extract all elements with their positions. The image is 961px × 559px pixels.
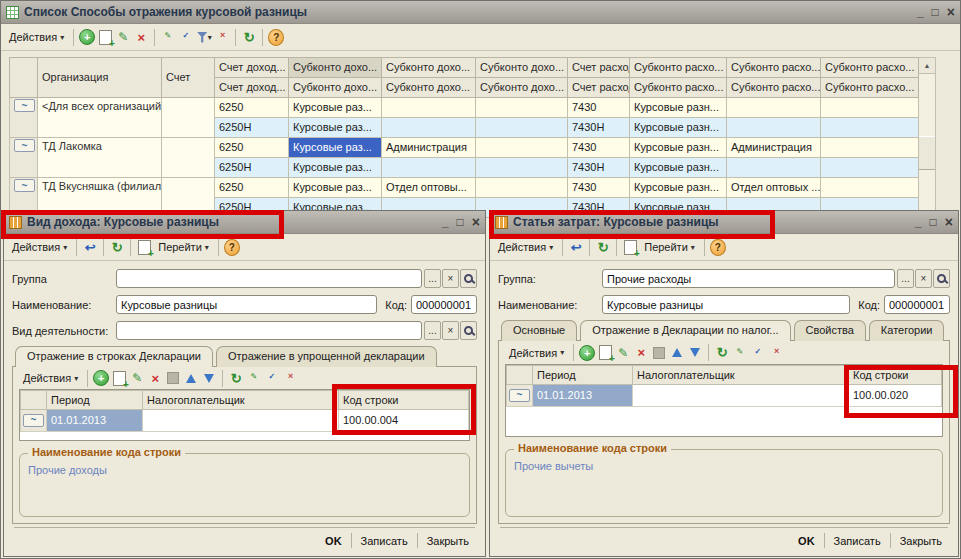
add-button[interactable]: +: [93, 370, 109, 386]
cell[interactable]: Отдел оптовых ...: [727, 178, 821, 198]
cell[interactable]: [821, 178, 919, 198]
cell[interactable]: [727, 118, 821, 138]
column-header-income-sub1[interactable]: Субконто дохо...: [289, 78, 382, 98]
cell[interactable]: 6250Н: [215, 118, 289, 138]
cell[interactable]: [382, 118, 476, 138]
add-button[interactable]: +: [79, 29, 95, 45]
goto-menu-button[interactable]: Перейти ▾: [640, 239, 699, 255]
column-header-expense-sub3[interactable]: Субконто расхо...: [821, 78, 919, 98]
tab-properties[interactable]: Свойства: [794, 320, 866, 341]
tab-categories[interactable]: Категории: [869, 320, 945, 341]
copy-button[interactable]: [622, 239, 638, 255]
activity-field[interactable]: [116, 321, 422, 340]
cell[interactable]: 6250Н: [215, 158, 289, 178]
cell[interactable]: Отдел оптовы...: [382, 178, 476, 198]
actions-menu-button[interactable]: Действия ▾: [5, 29, 68, 45]
column-header-account[interactable]: Счет: [162, 58, 215, 98]
filter-by-value-button[interactable]: [750, 345, 766, 361]
minimize-icon[interactable]: _: [915, 217, 922, 227]
close-button[interactable]: Закрыть: [900, 535, 942, 547]
ellipsis-button[interactable]: ...: [897, 269, 914, 288]
cell[interactable]: Курсовые разн...: [630, 178, 727, 198]
write-button[interactable]: Записать: [834, 535, 881, 547]
filter-sort-button[interactable]: [732, 345, 748, 361]
tab-tax-declaration[interactable]: Отражение в Декларации по налог...: [580, 320, 790, 341]
name-field[interactable]: [602, 295, 850, 314]
cell[interactable]: [382, 98, 476, 118]
delete-button[interactable]: ×: [633, 345, 649, 361]
move-down-button[interactable]: [687, 345, 703, 361]
ok-button[interactable]: OK: [798, 535, 815, 547]
cell[interactable]: Курсовые разн...: [630, 158, 727, 178]
copy-button[interactable]: [597, 345, 613, 361]
close-icon[interactable]: ×: [472, 217, 480, 227]
column-header-income-account[interactable]: Счет доход...: [215, 78, 289, 98]
cell[interactable]: Курсовые разн...: [630, 118, 727, 138]
cell[interactable]: [727, 98, 821, 118]
reread-button[interactable]: ↩: [568, 239, 584, 255]
cell[interactable]: Курсовые разн...: [630, 138, 727, 158]
copy-button[interactable]: [97, 29, 113, 45]
column-header-expense-sub1[interactable]: Субконто расхо...: [630, 58, 727, 78]
cell[interactable]: Курсовые раз...: [289, 98, 382, 118]
minimize-icon[interactable]: _: [917, 7, 924, 17]
filter-history-button[interactable]: ▾: [196, 29, 212, 45]
goto-menu-button[interactable]: Перейти ▾: [154, 239, 213, 255]
column-header-taxpayer[interactable]: Налогоплательщик: [633, 365, 849, 384]
clear-filter-button[interactable]: [214, 29, 230, 45]
move-down-button[interactable]: [201, 370, 217, 386]
refresh-button[interactable]: ↻: [714, 345, 730, 361]
column-header-income-sub3[interactable]: Субконто дохо...: [476, 78, 568, 98]
refresh-button[interactable]: ↻: [109, 239, 125, 255]
lookup-button[interactable]: [933, 269, 950, 288]
cell[interactable]: 7430Н: [568, 158, 630, 178]
cell[interactable]: 7430Н: [568, 118, 630, 138]
refresh-button[interactable]: ↻: [228, 370, 244, 386]
tab-main[interactable]: Основные: [501, 320, 577, 341]
edit-button[interactable]: ✎: [129, 370, 145, 386]
column-header-income-sub2[interactable]: Субконто дохо...: [382, 58, 476, 78]
column-header-income-sub1[interactable]: Субконто дохо...: [289, 58, 382, 78]
column-header-period[interactable]: Период: [533, 365, 633, 384]
cell-account[interactable]: [162, 98, 215, 138]
write-button[interactable]: Записать: [361, 535, 408, 547]
finish-edit-button[interactable]: [651, 345, 667, 361]
cell[interactable]: Курсовые разн...: [630, 98, 727, 118]
cell-account[interactable]: [162, 138, 215, 178]
clear-button[interactable]: ×: [915, 269, 932, 288]
code-field[interactable]: [884, 295, 950, 314]
group-field[interactable]: [116, 269, 422, 288]
cell[interactable]: [476, 178, 568, 198]
filter-by-value-button[interactable]: [264, 370, 280, 386]
ok-button[interactable]: OK: [325, 535, 342, 547]
column-header-expense-sub2[interactable]: Субконто расхо...: [727, 58, 821, 78]
clear-filter-button[interactable]: [768, 345, 784, 361]
cell[interactable]: Курсовые раз...: [289, 178, 382, 198]
close-icon[interactable]: ×: [947, 7, 955, 17]
cell[interactable]: Администрация: [382, 138, 476, 158]
column-header-income-sub3[interactable]: Субконто дохо...: [476, 58, 568, 78]
finish-edit-button[interactable]: [165, 370, 181, 386]
cell[interactable]: [821, 118, 919, 138]
delete-button[interactable]: ×: [147, 370, 163, 386]
close-button[interactable]: Закрыть: [427, 535, 469, 547]
clear-filter-button[interactable]: [282, 370, 298, 386]
scroll-up-icon[interactable]: ▲: [919, 58, 935, 74]
cell[interactable]: 7430: [568, 138, 630, 158]
cell[interactable]: 6250: [215, 138, 289, 158]
tab-simplified-declaration[interactable]: Отражение в упрощенной декларации: [216, 346, 437, 367]
lookup-button[interactable]: [460, 269, 477, 288]
actions-menu-button[interactable]: Действия ▾: [19, 370, 82, 386]
cell-taxpayer[interactable]: [633, 384, 849, 406]
column-header-taxpayer[interactable]: Налогоплательщик: [143, 390, 339, 409]
column-header-income-sub2[interactable]: Субконто дохо...: [382, 78, 476, 98]
column-header-expense-sub1[interactable]: Субконто расхо...: [630, 78, 727, 98]
group-field[interactable]: [602, 269, 895, 288]
move-up-button[interactable]: [183, 370, 199, 386]
copy-button[interactable]: [136, 239, 152, 255]
column-header-org[interactable]: Организация: [38, 58, 162, 98]
column-header-expense-account[interactable]: Счет расход...: [568, 78, 630, 98]
delete-button[interactable]: ×: [133, 29, 149, 45]
name-field[interactable]: [116, 295, 377, 314]
cell[interactable]: Курсовые раз...: [289, 118, 382, 138]
